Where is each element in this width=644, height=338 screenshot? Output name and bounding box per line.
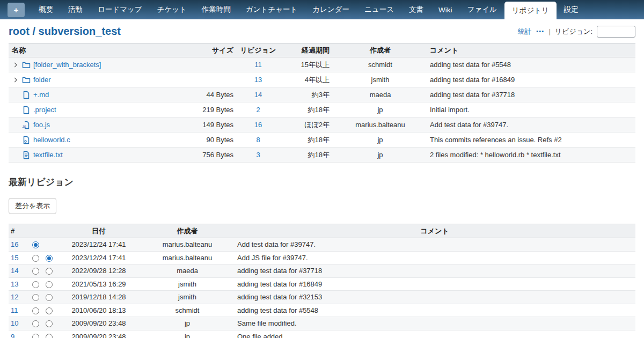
revision-comment: adding test data for #16849 xyxy=(233,277,635,291)
revision-number-link[interactable]: 12 xyxy=(11,293,18,301)
entry-author: jp xyxy=(336,102,425,117)
breadcrumb-current-link[interactable]: subversion_test xyxy=(39,25,121,37)
nav-tab[interactable]: 概要 xyxy=(31,0,61,19)
project-tab-bar: + 概要 活動 ロードマップ チケット 作業時間 ガントチャート xyxy=(0,0,644,19)
nav-tab[interactable]: Wiki xyxy=(431,0,460,19)
entry-author: jp xyxy=(336,148,425,163)
view-diff-button[interactable]: 差分を表示 xyxy=(9,198,56,214)
diff-to-radio[interactable] xyxy=(46,307,53,314)
entry-author: maeda xyxy=(336,87,425,102)
entry-comment: adding test data for #16849 xyxy=(425,72,635,87)
revision-comment: adding test data for #5548 xyxy=(233,304,635,317)
expand-chevron-icon[interactable] xyxy=(12,61,19,69)
entry-row: JS .project 219 Bytes 2 約18年 jp Initial … xyxy=(9,102,635,117)
nav-tab[interactable]: 設定 xyxy=(557,0,586,19)
revision-date: 2023/12/24 17:41 xyxy=(56,238,142,252)
revision-number-link[interactable]: 14 xyxy=(11,267,18,275)
revision-comment: One file added. xyxy=(233,330,635,338)
nav-tab[interactable]: カレンダー xyxy=(305,0,357,19)
stats-link[interactable]: 統計 xyxy=(507,27,531,36)
revision-row: 11 2010/06/20 18:13 schmidt adding test … xyxy=(9,304,635,317)
entry-revision-link[interactable]: 11 xyxy=(254,61,262,69)
entry-age: ほぼ2年 xyxy=(280,117,336,133)
revision-number-link[interactable]: 16 xyxy=(11,240,18,248)
revision-row: 13 2021/05/13 16:29 jsmith adding test d… xyxy=(9,277,635,291)
revision-input[interactable] xyxy=(597,26,635,38)
revision-author: marius.balteanu xyxy=(142,238,233,252)
diff-from-radio[interactable] xyxy=(32,281,39,288)
diff-to-radio[interactable] xyxy=(46,334,53,338)
revision-comment: Add test data for #39747. xyxy=(233,238,635,252)
add-menu-button[interactable]: + xyxy=(8,3,25,17)
column-header-radio-a xyxy=(29,224,42,238)
revision-number-link[interactable]: 13 xyxy=(11,280,18,288)
entry-name-link[interactable]: +.md xyxy=(33,91,49,99)
entry-revision-link[interactable]: 16 xyxy=(254,121,262,129)
nav-tab[interactable]: チケット xyxy=(150,0,194,19)
entry-type-icon: JS xyxy=(22,76,31,84)
entry-age: 約18年 xyxy=(280,102,336,117)
revision-date: 2010/06/20 18:13 xyxy=(56,304,142,317)
entry-revision-link[interactable]: 13 xyxy=(254,76,262,84)
entry-name-link[interactable]: [folder_with_brackets] xyxy=(33,61,101,69)
expand-chevron-icon[interactable] xyxy=(12,76,19,84)
diff-from-radio[interactable] xyxy=(32,334,39,338)
entry-name-link[interactable]: helloworld.c xyxy=(33,136,70,144)
revision-number-link[interactable]: 15 xyxy=(11,254,18,262)
entry-name-link[interactable]: foo.js xyxy=(33,121,50,129)
revision-date: 2022/09/28 12:28 xyxy=(56,264,142,278)
column-header-radio-b xyxy=(42,224,56,238)
nav-tab-label: ファイル xyxy=(467,5,496,14)
revision-date: 2009/09/20 23:48 xyxy=(56,317,142,330)
diff-from-radio[interactable] xyxy=(32,268,39,275)
revision-comment: Add JS file for #39747. xyxy=(233,251,635,264)
diff-to-radio[interactable] xyxy=(46,268,53,275)
entry-type-icon: JS xyxy=(22,121,31,129)
more-actions-button[interactable]: ⋯ xyxy=(536,27,544,36)
diff-to-radio[interactable] xyxy=(46,255,53,262)
diff-to-radio[interactable] xyxy=(46,320,53,327)
entry-age: 約3年 xyxy=(280,87,336,102)
nav-tab[interactable]: ロードマップ xyxy=(90,0,150,19)
nav-tab[interactable]: 活動 xyxy=(61,0,90,19)
entry-size: 756 Bytes xyxy=(186,148,237,163)
entry-name-link[interactable]: textfile.txt xyxy=(33,151,63,159)
entry-revision-link[interactable]: 2 xyxy=(256,106,260,114)
nav-tab[interactable]: ガントチャート xyxy=(238,0,305,19)
diff-from-radio[interactable] xyxy=(32,241,39,248)
nav-tab[interactable]: 文書 xyxy=(401,0,431,19)
entry-type-icon: JS xyxy=(22,106,31,114)
column-header-author: 作成者 xyxy=(336,43,425,57)
entry-comment: Initial import. xyxy=(425,102,635,117)
revision-author: jsmith xyxy=(142,291,233,304)
nav-tab[interactable]: ファイル xyxy=(459,0,504,19)
entry-name-link[interactable]: folder xyxy=(33,76,51,84)
nav-tab-label: 概要 xyxy=(39,5,53,14)
entry-revision-link[interactable]: 8 xyxy=(256,136,260,144)
entry-revision-link[interactable]: 14 xyxy=(254,91,262,99)
bar-chart-icon xyxy=(507,27,515,35)
diff-from-radio[interactable] xyxy=(32,294,39,301)
nav-tab-label: チケット xyxy=(157,5,187,14)
revision-number-link[interactable]: 10 xyxy=(11,319,18,327)
revision-number-link[interactable]: 11 xyxy=(11,306,18,314)
breadcrumb-root-link[interactable]: root xyxy=(9,25,30,37)
latest-revisions-heading: 最新リビジョン xyxy=(9,176,635,188)
repository-entries-table: 名称 サイズ リビジョン 経過期間 作成者 コメント xyxy=(9,43,635,163)
nav-tab[interactable]: ニュース xyxy=(357,0,401,19)
entry-size xyxy=(186,57,237,72)
diff-from-radio[interactable] xyxy=(32,307,39,314)
nav-tab[interactable]: 作業時間 xyxy=(194,0,238,19)
entry-comment: adding test data for #37718 xyxy=(425,87,635,102)
breadcrumb: root / subversion_test xyxy=(9,25,121,38)
entry-age: 4年以上 xyxy=(280,72,336,87)
diff-from-radio[interactable] xyxy=(32,320,39,327)
diff-to-radio[interactable] xyxy=(46,281,53,288)
entry-revision-link[interactable]: 3 xyxy=(256,151,260,159)
revision-number-link[interactable]: 9 xyxy=(11,333,14,338)
nav-tab[interactable]: リポジトリ xyxy=(504,2,557,19)
diff-to-radio[interactable] xyxy=(46,294,53,301)
diff-from-radio[interactable] xyxy=(32,255,39,262)
revision-date: 2023/12/24 17:41 xyxy=(56,251,142,264)
entry-name-link[interactable]: .project xyxy=(33,106,56,114)
